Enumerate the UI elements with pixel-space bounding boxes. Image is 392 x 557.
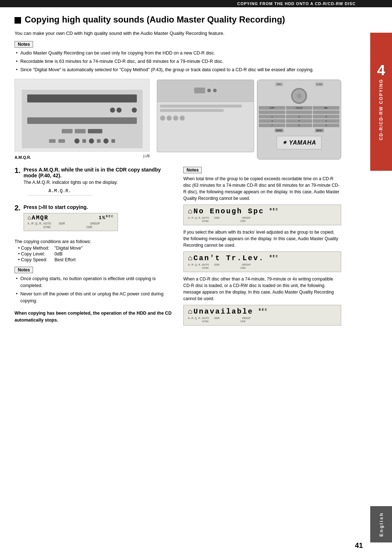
step-1-title: Press A.M.Q.R. while the unit is in the … <box>24 167 172 178</box>
conditions-block: The copying conditions are as follows: •… <box>15 239 172 262</box>
page-number: 41 <box>355 541 363 550</box>
col-right: Notes When total time of the group to be… <box>183 167 341 328</box>
nav-ring <box>291 88 307 104</box>
step-2-content: Press ▷/II to start copying. ⌂AMQR 1%REC… <box>24 204 172 234</box>
title-square <box>15 17 21 24</box>
two-col-steps: 1. Press A.M.Q.R. while the unit is in t… <box>15 167 341 328</box>
note-2-item-2: Never turn off the power of this unit or… <box>15 291 172 304</box>
unit-strip-1 <box>160 105 242 108</box>
r-7: 7 <box>259 124 285 127</box>
remote-control: OPEN CLOSE COPY A.M.Q.R REC <box>257 80 341 160</box>
condition-1: • Copy Method: "Digital Move" <box>15 246 172 251</box>
condition-3: • Copy Speed: Best Effort <box>15 257 172 262</box>
cond-1-label: • Copy Method: <box>18 246 51 251</box>
btn-2 <box>97 139 101 143</box>
step-1-desc: The A.M.Q.R. indicator lights up on the … <box>24 180 172 185</box>
unit-buttons <box>160 116 251 121</box>
device-images-row: A.M.Q.R. ▷/II A.M.Q.R. <box>15 79 341 160</box>
english-label: English <box>379 512 384 537</box>
step-2-number: 2. <box>15 204 21 234</box>
right-device-area: A.M.Q.R. <box>157 80 341 160</box>
r-amqr: A.M.Q.R <box>286 106 313 110</box>
unit-knob-2 <box>213 89 217 92</box>
display-2-sub: A.M.Q.R.AUTO OGM GROUP SYNC CDR <box>188 263 336 270</box>
step-1-display: A.M.Q.R. <box>27 188 93 195</box>
cd-player-inner <box>22 90 143 149</box>
cond-1-value: "Digital Move" <box>54 246 83 251</box>
display-2-text: ⌂Can't Tr.Lev. <box>188 254 264 262</box>
ctrl-1 <box>62 129 73 133</box>
right-note-1: When total time of the group to be copie… <box>183 175 341 202</box>
r-mode: MODE <box>275 129 283 132</box>
top-header-text: COPYING FROM THE HDD ONTO A CD-R/CD-RW D… <box>237 1 356 6</box>
amqr-label-left: A.M.Q.R. <box>15 155 31 160</box>
note-2-item-1: Once copying starts, no button operation… <box>15 275 172 289</box>
intro-text: You can make your own CD with high quali… <box>15 31 341 36</box>
r-1: 1 <box>259 115 285 118</box>
display-box-2: ⌂Can't Tr.Lev. REC A.M.Q.R.AUTO OGM GROU… <box>183 251 341 272</box>
r-9: 9 <box>313 124 339 127</box>
btn-3 <box>111 139 115 143</box>
display-mid <box>27 117 136 124</box>
display-1-rec: REC <box>270 208 279 212</box>
display-3-rec: REC <box>259 308 268 312</box>
display-1-text: ⌂No Enough Spc <box>188 207 264 215</box>
knob-6 <box>103 138 109 144</box>
notes-2-area: Notes Once copying starts, no button ope… <box>15 267 172 324</box>
notes-list-2: Once copying starts, no button operation… <box>15 275 172 304</box>
top-header: COPYING FROM THE HDD ONTO A CD-R/CD-RW D… <box>0 0 392 7</box>
note-1-item-2: Recordable time is 63 minutes for a 74-m… <box>15 58 341 65</box>
r-4: 4 <box>259 119 285 123</box>
conditions-title: The copying conditions are as follows: <box>15 239 172 244</box>
nav-center <box>297 93 302 98</box>
unit-knob-1 <box>207 89 211 92</box>
right-sidebar: 4 CD-R/CD-RW COPYING <box>370 33 392 171</box>
yamaha-logo-area: ✴ YAMAHA <box>259 134 339 149</box>
r-5: 5 <box>286 119 313 123</box>
r-copy: COPY <box>259 106 285 110</box>
step-2-display-text: ⌂AMQR <box>28 215 49 221</box>
remote-btn-open: OPEN <box>275 82 283 86</box>
notes-badge-right: Notes <box>183 167 202 173</box>
display-box-3: ⌂Unavailable REC A.M.Q.R.AUTO OGM GROUP … <box>183 305 341 326</box>
display-3-text: ⌂Unavailable <box>188 307 253 316</box>
notes-badge-2: Notes <box>15 267 33 273</box>
display-3-sub: A.M.Q.R.AUTO OGM GROUP SYNC CDR <box>188 316 336 323</box>
step-1: 1. Press A.M.Q.R. while the unit is in t… <box>15 167 172 199</box>
unit-top <box>157 80 254 101</box>
display-2-rec: REC <box>270 255 279 259</box>
r-3: 3 <box>313 115 339 118</box>
step-2-display: ⌂AMQR 1%REC A.M.Q.R.AUTO OGM GROUP SYNC … <box>24 213 118 231</box>
unit-strip-2 <box>160 109 224 112</box>
chapter-title: Copying high quality sounds (Audio Maste… <box>15 15 341 25</box>
remote-top: OPEN CLOSE <box>259 82 339 86</box>
knob-5 <box>89 138 94 144</box>
page-container: COPYING FROM THE HDD ONTO A CD-R/CD-RW D… <box>0 0 392 557</box>
remote-bottom-row: MODE MENU <box>259 129 339 132</box>
unit-btn-4 <box>180 116 185 121</box>
cd-player-image <box>15 79 150 152</box>
unit-btn-1 <box>160 116 165 121</box>
display-box-1: ⌂No Enough Spc REC A.M.Q.R.AUTO OGM GROU… <box>183 205 341 225</box>
unit-btn-2 <box>167 116 172 121</box>
r-8: 8 <box>286 124 313 127</box>
step-2-rec: REC <box>106 215 114 218</box>
step-2: 2. Press ▷/II to start copying. ⌂AMQR 1%… <box>15 204 172 234</box>
yamaha-logo: ✴ YAMAHA <box>282 139 316 146</box>
knob-3 <box>132 108 137 113</box>
step-1-content: Press A.M.Q.R. while the unit is in the … <box>24 167 172 199</box>
remote-nav <box>259 88 339 104</box>
main-unit-sketch <box>157 80 254 152</box>
col-left: 1. Press A.M.Q.R. while the unit is in t… <box>15 167 172 328</box>
r-b1 <box>259 110 285 114</box>
page-title: Copying high quality sounds (Audio Maste… <box>25 15 285 25</box>
r-2: 2 <box>286 115 313 118</box>
sidebar-label: CD-R/CD-RW COPYING <box>379 79 384 140</box>
display-1-sub: A.M.Q.R.AUTO OGM GROUP SYNC CDR <box>188 216 336 223</box>
knob-2 <box>117 108 122 113</box>
fader-2 <box>58 139 65 143</box>
ctrl-2 <box>75 129 86 133</box>
notes-badge-1: Notes <box>15 41 33 48</box>
notes-list-1: Audio Master Quality Recording can be us… <box>15 50 341 73</box>
right-note-3: When a CD-R disc other than a 74-minute,… <box>183 276 341 302</box>
